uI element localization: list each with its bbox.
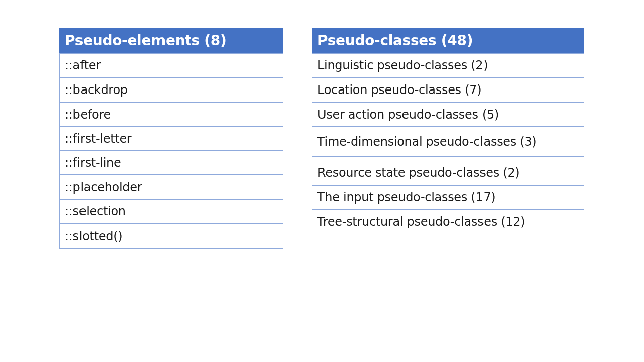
pseudo-elements-header: Pseudo-elements (8) xyxy=(59,28,283,53)
pseudo-classes-row: Linguistic pseudo-classes (2) xyxy=(312,53,584,77)
pseudo-classes-row: Time-dimensional pseudo-classes (3) xyxy=(312,127,584,157)
pseudo-classes-row: Resource state pseudo-classes (2) xyxy=(312,161,584,185)
pseudo-classes-row: The input pseudo-classes (17) xyxy=(312,185,584,209)
pseudo-elements-row: ::placeholder xyxy=(59,175,283,199)
pseudo-elements-row: ::before xyxy=(59,102,283,127)
pseudo-elements-row: ::first-letter xyxy=(59,127,283,151)
pseudo-classes-header: Pseudo-classes (48) xyxy=(312,28,584,53)
pseudo-elements-row: ::backdrop xyxy=(59,77,283,102)
pseudo-elements-row: ::first-line xyxy=(59,151,283,175)
pseudo-elements-row: ::selection xyxy=(59,199,283,223)
pseudo-classes-row: Tree-structural pseudo-classes (12) xyxy=(312,209,584,234)
pseudo-classes-row: User action pseudo-classes (5) xyxy=(312,102,584,127)
pseudo-elements-row: ::after xyxy=(59,53,283,77)
pseudo-elements-row: ::slotted() xyxy=(59,223,283,249)
pseudo-classes-row: Location pseudo-classes (7) xyxy=(312,77,584,102)
